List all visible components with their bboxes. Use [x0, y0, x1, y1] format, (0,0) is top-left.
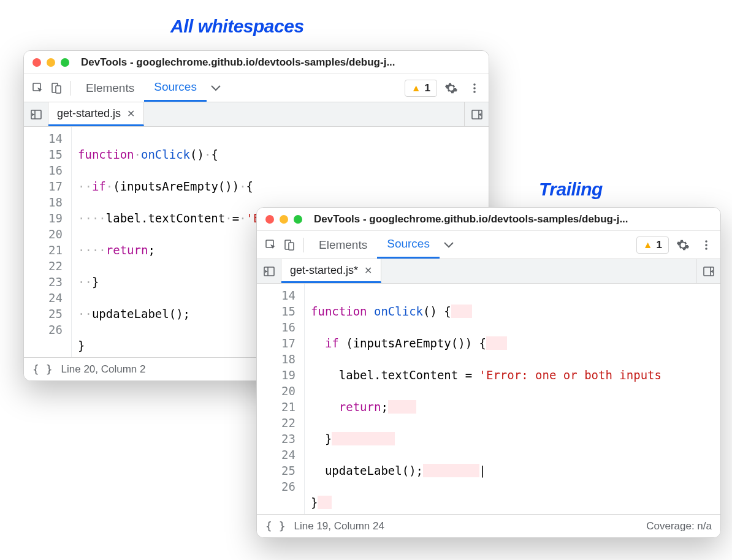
inspect-icon[interactable]	[262, 236, 280, 254]
settings-icon[interactable]	[674, 236, 692, 254]
close-icon[interactable]: ✕	[364, 265, 372, 276]
svg-point-15	[705, 248, 707, 250]
file-tab[interactable]: get-started.js* ✕	[281, 259, 381, 283]
line-gutter: 14151617181920212223242526	[24, 127, 72, 357]
code-editor[interactable]: 14151617181920212223242526 function onCl…	[257, 284, 720, 514]
traffic-zoom[interactable]	[294, 215, 302, 224]
file-tab[interactable]: get-started.js ✕	[48, 102, 144, 126]
warning-icon: ▲	[643, 240, 653, 251]
tab-sources[interactable]: Sources	[144, 74, 207, 102]
main-toolbar: Elements Sources ▲ 1	[257, 231, 720, 259]
more-tabs-icon[interactable]	[207, 79, 225, 97]
sidebar-toggle-icon[interactable]	[464, 102, 489, 126]
tab-sources[interactable]: Sources	[377, 231, 440, 259]
caption-all-whitespaces: All whitespaces	[170, 16, 304, 37]
separator	[71, 81, 71, 96]
svg-rect-2	[56, 86, 61, 93]
code-content[interactable]: function onClick() { if (inputsAreEmpty(…	[305, 284, 720, 514]
traffic-minimize[interactable]	[47, 58, 55, 67]
status-bar: { } Line 19, Column 24 Coverage: n/a	[257, 514, 720, 537]
line-gutter: 14151617181920212223242526	[257, 284, 305, 514]
close-icon[interactable]: ✕	[127, 108, 135, 119]
file-tab-name: get-started.js*	[290, 264, 358, 277]
warning-count: 1	[657, 239, 662, 251]
device-icon[interactable]	[280, 236, 299, 254]
kebab-menu-icon[interactable]	[465, 79, 484, 97]
tab-elements[interactable]: Elements	[309, 231, 377, 259]
main-toolbar: Elements Sources ▲ 1	[24, 74, 489, 102]
traffic-zoom[interactable]	[61, 58, 69, 67]
file-tab-bar: get-started.js ✕	[24, 102, 489, 127]
traffic-minimize[interactable]	[280, 215, 288, 224]
traffic-close[interactable]	[32, 58, 41, 67]
coverage-status: Coverage: n/a	[646, 520, 712, 532]
device-icon[interactable]	[47, 79, 66, 97]
svg-rect-12	[289, 243, 294, 250]
titlebar: DevTools - googlechrome.github.io/devtoo…	[257, 208, 720, 231]
warning-count: 1	[425, 82, 430, 94]
more-tabs-icon[interactable]	[440, 236, 458, 254]
window-title: DevTools - googlechrome.github.io/devtoo…	[81, 56, 480, 69]
svg-point-3	[473, 83, 476, 86]
traffic-close[interactable]	[265, 215, 274, 224]
navigator-toggle-icon[interactable]	[24, 102, 48, 126]
warning-icon: ▲	[411, 83, 421, 94]
cursor-position: Line 20, Column 2	[61, 363, 146, 376]
svg-point-5	[473, 91, 476, 93]
file-tab-name: get-started.js	[57, 107, 121, 120]
window-title: DevTools - googlechrome.github.io/devtoo…	[314, 213, 712, 225]
kebab-menu-icon[interactable]	[697, 236, 715, 254]
svg-point-4	[473, 87, 476, 89]
svg-point-13	[705, 240, 707, 243]
caption-trailing: Trailing	[539, 179, 603, 200]
navigator-toggle-icon[interactable]	[257, 259, 281, 283]
warnings-badge[interactable]: ▲ 1	[636, 236, 669, 254]
pretty-print-icon[interactable]: { }	[265, 520, 286, 532]
tab-elements[interactable]: Elements	[76, 74, 144, 102]
pretty-print-icon[interactable]: { }	[32, 363, 53, 376]
cursor-position: Line 19, Column 24	[294, 520, 384, 532]
inspect-icon[interactable]	[29, 79, 47, 97]
svg-point-14	[705, 244, 707, 246]
file-tab-bar: get-started.js* ✕	[257, 259, 720, 284]
warnings-badge[interactable]: ▲ 1	[405, 80, 437, 97]
devtools-window-right: DevTools - googlechrome.github.io/devtoo…	[256, 207, 721, 538]
titlebar: DevTools - googlechrome.github.io/devtoo…	[24, 51, 489, 74]
separator	[303, 238, 304, 252]
sidebar-toggle-icon[interactable]	[696, 259, 720, 283]
settings-icon[interactable]	[442, 79, 460, 97]
